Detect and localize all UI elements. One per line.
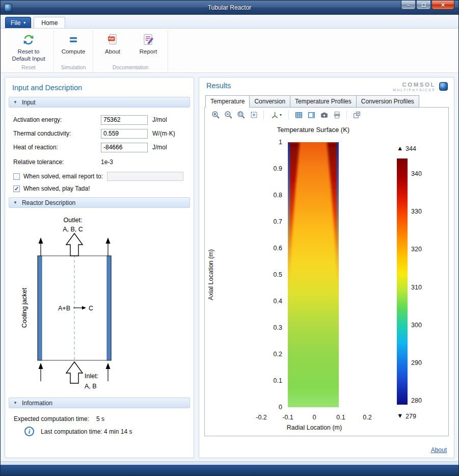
svg-text:0: 0 <box>313 414 316 421</box>
outlet-label: Outlet: <box>64 217 83 224</box>
default-view-button[interactable]: ▾ <box>268 110 284 121</box>
svg-text:0.5: 0.5 <box>274 271 282 278</box>
reaction-product: C <box>89 305 93 312</box>
flow-arrow-icon <box>106 237 111 244</box>
comsol-logo-icon <box>439 82 448 91</box>
tab-conversion[interactable]: Conversion <box>250 95 290 108</box>
about-link[interactable]: About <box>431 446 447 454</box>
window-title: Tubular Reactor <box>1 1 458 15</box>
zoom-out-icon <box>224 111 233 119</box>
zoom-extents-button[interactable] <box>248 110 259 121</box>
report-button-label: Report <box>140 48 157 55</box>
max-marker-icon: ▲ <box>397 145 403 152</box>
reactor-diagram: Outlet: A, B, C Cooling jacket A+B <box>8 210 181 392</box>
minimize-button[interactable]: – <box>401 1 416 10</box>
svg-text:-0.2: -0.2 <box>256 414 267 421</box>
section-header-reactor-description[interactable]: ▼ Reactor Description <box>9 197 190 208</box>
flow-arrow-icon <box>39 363 43 369</box>
pdf-badge-label: PDF <box>109 37 115 40</box>
tab-temperature[interactable]: Temperature <box>205 95 250 108</box>
printer-icon <box>333 111 341 119</box>
reaction-reactants: A+B <box>58 305 70 312</box>
grid-toggle-button[interactable] <box>293 110 304 121</box>
svg-text:0.3: 0.3 <box>274 324 282 331</box>
compute-button-label: Compute <box>62 48 86 55</box>
heat-of-reaction-input[interactable] <box>101 143 148 152</box>
y-axis-label: Axial Location (m) <box>207 249 214 300</box>
relative-tolerance-label: Relative tolerance: <box>13 158 101 166</box>
zoom-extents-icon <box>250 111 258 119</box>
activation-energy-label: Activation energy: <box>13 116 101 123</box>
thermal-conductivity-label: Thermal conductivity: <box>13 130 101 137</box>
toolbar-separator <box>288 111 289 119</box>
email-report-checkbox[interactable] <box>13 173 20 180</box>
compute-button[interactable]: Compute <box>59 31 88 55</box>
x-axis-label: Radial Location (m) <box>287 424 342 431</box>
grid-icon <box>294 111 303 119</box>
svg-text:0.8: 0.8 <box>274 192 282 199</box>
section-header-information[interactable]: ▼ Information <box>9 398 190 408</box>
svg-text:0.7: 0.7 <box>274 218 282 225</box>
email-report-label: When solved, email report to: <box>23 173 103 180</box>
zoom-out-button[interactable] <box>223 110 234 121</box>
pdf-document-icon: PDF <box>106 33 119 46</box>
temperature-surface-plot[interactable]: Temperature Surface (K) 1 0.9 0.8 0.7 0.… <box>205 122 447 434</box>
info-icon: i <box>24 427 34 436</box>
comsol-logo: COMSOL MULTIPHYSICS® <box>393 82 448 92</box>
collapse-triangle-icon: ▼ <box>13 100 17 104</box>
thermal-conductivity-unit: W/(m·K) <box>152 130 175 137</box>
tab-temperature-profiles[interactable]: Temperature Profiles <box>290 95 357 108</box>
zoom-box-button[interactable] <box>235 110 247 121</box>
file-menu-label: File <box>11 19 20 27</box>
legend-icon <box>307 111 316 119</box>
caret-down-icon: ▾ <box>23 20 25 25</box>
maximize-button[interactable]: ◻ <box>416 1 431 10</box>
results-tabs: Temperature Conversion Temperature Profi… <box>204 95 449 108</box>
about-button[interactable]: PDF About <box>98 31 127 55</box>
activation-energy-input[interactable] <box>101 115 148 125</box>
ribbon-group-reset: Reset to Default Input Reset <box>4 30 54 72</box>
reset-to-default-button[interactable]: Reset to Default Input <box>9 31 48 63</box>
svg-text:0.9: 0.9 <box>274 165 282 172</box>
tab-home[interactable]: Home <box>34 17 65 28</box>
heat-of-reaction-label: Heat of reaction: <box>13 144 101 151</box>
flow-arrow-icon <box>106 363 111 369</box>
cooling-jacket-label: Cooling jacket <box>21 287 28 328</box>
close-button[interactable]: × <box>431 1 454 10</box>
svg-text:310: 310 <box>411 284 422 291</box>
caret-down-icon: ▾ <box>280 113 282 117</box>
play-tada-checkbox[interactable]: ✓ <box>13 186 20 192</box>
app-window: Tubular Reactor – ◻ × File ▾ Home <box>0 0 459 476</box>
ribbon-group-simulation: Compute Simulation <box>54 30 93 72</box>
snapshot-button[interactable] <box>318 110 330 121</box>
detach-window-button[interactable] <box>351 110 362 121</box>
play-tada-label: When solved, play Tada! <box>23 185 90 192</box>
svg-text:0.1: 0.1 <box>274 377 282 384</box>
print-button[interactable] <box>331 110 342 121</box>
left-panel-title: Input and Description <box>5 81 194 96</box>
expected-time-value: 5 s <box>96 415 104 422</box>
thermal-conductivity-input[interactable] <box>101 129 148 139</box>
outlet-species: A, B, C <box>63 226 83 233</box>
relative-tolerance-value: 1e-3 <box>101 158 148 166</box>
zoom-in-button[interactable] <box>210 110 221 121</box>
report-button[interactable]: Report <box>134 31 163 55</box>
section-header-input[interactable]: ▼ Input <box>9 97 190 108</box>
svg-text:-0.1: -0.1 <box>282 414 293 421</box>
legend-toggle-button[interactable] <box>306 110 317 121</box>
collapse-triangle-icon: ▼ <box>13 200 17 205</box>
compute-icon <box>67 33 80 46</box>
inlet-species: A, B <box>85 383 97 390</box>
email-address-input <box>107 172 183 181</box>
tab-conversion-profiles[interactable]: Conversion Profiles <box>357 95 419 108</box>
svg-text:300: 300 <box>411 322 422 329</box>
about-button-label: About <box>105 48 120 55</box>
file-menu-button[interactable]: File ▾ <box>5 17 31 28</box>
plot-title: Temperature Surface (K) <box>277 126 349 134</box>
results-panel: Results COMSOL MULTIPHYSICS® Temperature… <box>199 77 454 458</box>
input-description-panel: Input and Description ▼ Input Activation… <box>5 77 194 458</box>
zoom-box-icon <box>237 111 246 119</box>
expected-time-label: Expected computation time: <box>14 415 89 422</box>
svg-text:1: 1 <box>279 139 282 146</box>
svg-text:0.2: 0.2 <box>363 414 371 421</box>
